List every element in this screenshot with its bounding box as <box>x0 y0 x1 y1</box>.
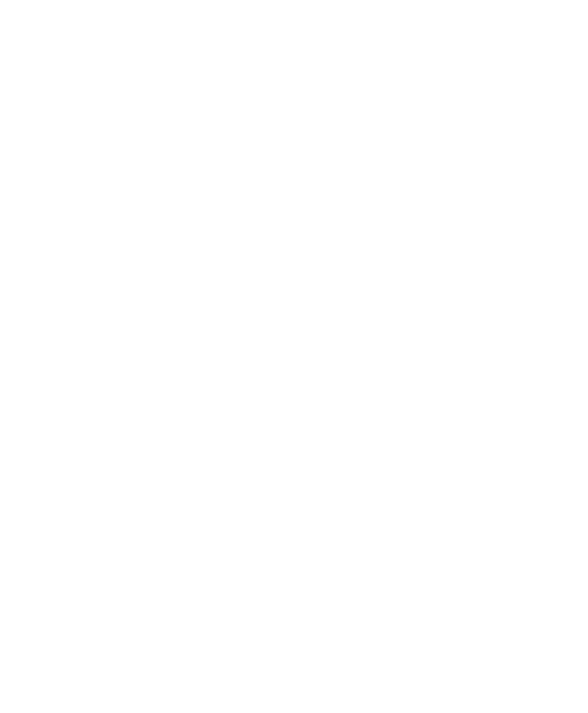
blank-gap <box>0 0 588 283</box>
